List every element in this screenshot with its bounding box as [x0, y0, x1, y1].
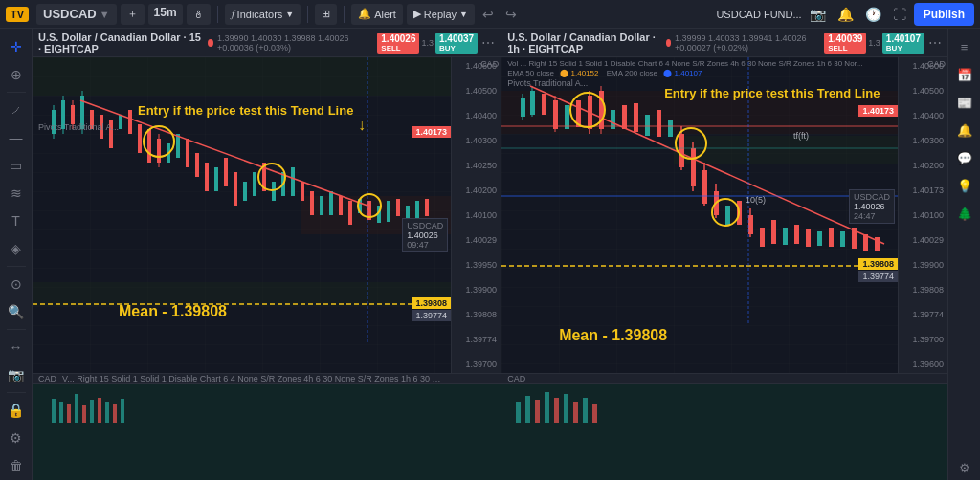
topbar-right: USDCAD FUND... 📷 🔔 🕐 ⛶ Publish [716, 3, 974, 26]
ideas-icon[interactable]: 💡 [952, 173, 977, 198]
svg-rect-26 [195, 153, 199, 177]
svg-rect-93 [760, 228, 765, 247]
svg-rect-40 [329, 191, 333, 215]
replay-chevron-icon: ▼ [459, 10, 468, 19]
right-spread-label: 1.3 [868, 38, 880, 48]
trash-tool[interactable]: 🗑 [4, 453, 29, 478]
camera-icon[interactable]: 📷 [806, 5, 830, 24]
svg-rect-77 [634, 103, 638, 132]
symbol-label: USDCAD [43, 7, 97, 21]
right-chart-header: U.S. Dollar / Canadian Dollar · 1h · EIG… [501, 29, 947, 57]
add-symbol-button[interactable]: ＋ [121, 4, 145, 25]
bar-style-button[interactable]: 🕯 [187, 4, 211, 25]
screenshot-tool[interactable]: 📷 [4, 362, 29, 387]
notification-icon[interactable]: 🔔 [834, 5, 858, 24]
chevron-down-icon: ▼ [285, 10, 294, 19]
right-chart-body[interactable]: Vol ... Right 15 Solid 1 Solid 1 Disable… [501, 57, 947, 373]
svg-rect-133 [573, 402, 578, 423]
rt-settings-icon[interactable]: ⚙ [952, 455, 977, 480]
svg-rect-98 [817, 231, 822, 246]
svg-rect-122 [98, 398, 101, 423]
right-price-tag-red: 1.40173 [858, 105, 898, 117]
publish-button[interactable]: Publish [914, 3, 974, 26]
chat-icon[interactable]: 💬 [952, 145, 977, 170]
svg-rect-115 [33, 384, 501, 480]
right-price-scale: 1.40600 1.40500 1.40400 1.40300 1.40200 … [898, 57, 947, 373]
layout-icon: ⊞ [322, 8, 330, 20]
svg-rect-121 [90, 400, 94, 423]
top-bar: TV USDCAD ▼ ＋ 15m 🕯 𝑓 Indicators ▼ ⊞ 🔔 A… [0, 0, 980, 29]
timeframe-selector[interactable]: 15m [148, 4, 183, 25]
lt-separator-1 [7, 92, 26, 93]
left-chart-more-button[interactable]: ⋯ [481, 35, 495, 51]
right-bottom-header: CAD [501, 374, 947, 384]
svg-rect-132 [564, 394, 568, 423]
svg-rect-38 [310, 191, 314, 215]
lt-separator-3 [7, 329, 26, 330]
measure-tool[interactable]: ↔ [4, 335, 29, 360]
left-bp-vol: V... Right 15 Solid 1 Solid 1 Disable Ch… [62, 374, 445, 383]
left-chart-prices: 1.39990 1.40030 1.39988 1.40026 +0.00036… [217, 33, 369, 53]
symbol-selector[interactable]: USDCAD ▼ [36, 4, 117, 25]
left-chart-body[interactable]: Entry if the price test this Trend Line … [33, 57, 501, 373]
indicators-button[interactable]: 𝑓 Indicators ▼ [225, 4, 301, 25]
crosshair-tool[interactable]: ⊕ [4, 62, 29, 87]
redo-button[interactable]: ↪ [501, 5, 521, 24]
settings-tool[interactable]: ⚙ [4, 425, 29, 450]
trendline-tool[interactable]: ⟋ [4, 98, 29, 122]
right-bottom-panel: CAD [501, 374, 947, 459]
cursor-tool[interactable]: ✛ [4, 34, 29, 59]
horizontal-line-tool[interactable]: — [4, 125, 29, 150]
add-chart-icon: ▼ [100, 9, 110, 20]
lt-separator-4 [7, 392, 26, 393]
right-bp-svg [501, 384, 947, 480]
svg-rect-76 [622, 105, 627, 129]
right-chart-more-button[interactable]: ⋯ [928, 35, 942, 51]
news-icon[interactable]: 📰 [952, 90, 977, 115]
lt-separator-2 [7, 266, 26, 267]
svg-rect-99 [829, 228, 834, 247]
fibonacci-tool[interactable]: ≋ [4, 181, 29, 206]
left-bp-cad: CAD [38, 374, 56, 383]
magnet-tool[interactable]: ⊙ [4, 272, 29, 296]
calendar-icon[interactable]: 📅 [952, 62, 977, 87]
watchlist-icon[interactable]: ≡ [952, 34, 977, 59]
fullscreen-icon[interactable]: ⛶ [889, 5, 910, 24]
fund-label: USDCAD FUND... [716, 9, 801, 20]
rectangle-tool[interactable]: ▭ [4, 153, 29, 178]
svg-rect-80 [668, 120, 673, 137]
svg-rect-123 [105, 402, 109, 423]
right-bp-chart [501, 384, 947, 480]
right-chart-symbol: U.S. Dollar / Canadian Dollar · 1h · EIG… [507, 32, 661, 55]
clock-icon[interactable]: 🕐 [861, 5, 885, 24]
right-chart: U.S. Dollar / Canadian Dollar · 1h · EIG… [501, 29, 947, 373]
svg-text:tf(ft): tf(ft) [793, 131, 809, 141]
svg-rect-5 [33, 282, 473, 306]
right-usdcad-tag: USDCAD 1.40026 24:47 [849, 189, 895, 224]
layout-button[interactable]: ⊞ [315, 4, 337, 25]
lock-tool[interactable]: 🔒 [4, 398, 29, 423]
svg-rect-125 [121, 399, 124, 423]
price-tool[interactable]: ◈ [4, 236, 29, 261]
svg-rect-79 [657, 110, 661, 137]
zoom-tool[interactable]: 🔍 [4, 299, 29, 324]
svg-rect-116 [52, 399, 56, 423]
undo-button[interactable]: ↩ [479, 5, 498, 24]
svg-rect-39 [320, 196, 323, 215]
text-tool[interactable]: T [4, 208, 29, 233]
replay-button[interactable]: ▶ Replay ▼ [407, 4, 475, 25]
svg-rect-31 [243, 182, 247, 201]
svg-rect-20 [147, 129, 151, 163]
svg-rect-96 [794, 225, 799, 244]
alert-button[interactable]: 🔔 Alert [351, 4, 403, 25]
pine-icon[interactable]: 🌲 [952, 201, 977, 226]
left-price-tag-grey: 1.39774 [412, 310, 452, 321]
right-vol-label: Vol ... Right 15 Solid 1 Solid 1 Disable… [507, 59, 862, 68]
left-usdcad-tag: USDCAD 1.40026 09:47 [402, 218, 448, 252]
svg-rect-66 [542, 94, 546, 115]
left-bottom-panel: CAD V... Right 15 Solid 1 Solid 1 Disabl… [33, 374, 501, 459]
rt-alert-icon[interactable]: 🔔 [952, 118, 977, 142]
right-price-tag-yellow: 1.39808 [858, 258, 898, 270]
plus-icon: ＋ [127, 7, 138, 21]
left-bp-svg [33, 384, 501, 480]
